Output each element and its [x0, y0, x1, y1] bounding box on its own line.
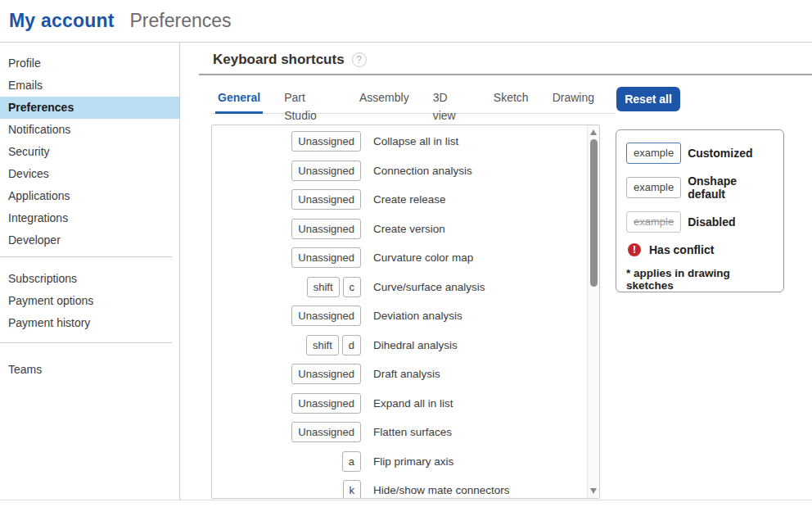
example-badge-disabled: example — [626, 211, 681, 233]
sidebar: ProfileEmailsPreferencesNotificationsSec… — [0, 43, 180, 500]
shortcut-row-flip-primary-axis: aFlip primary axis — [212, 451, 599, 472]
scrollbar-thumb[interactable] — [590, 139, 598, 287]
key-badge[interactable]: Unassigned — [291, 219, 361, 239]
tab-sketch[interactable]: Sketch — [491, 88, 531, 114]
key-badge[interactable]: Unassigned — [291, 306, 361, 326]
shortcut-keys: Unassigned — [212, 422, 361, 442]
sidebar-item-profile[interactable]: Profile — [0, 52, 179, 75]
sidebar-item-subscriptions[interactable]: Subscriptions — [0, 268, 179, 290]
shortcut-label: Hide/show mate connectors — [373, 484, 510, 496]
scrollbar[interactable] — [587, 125, 599, 498]
key-badge[interactable]: Unassigned — [291, 131, 361, 152]
content-row: UnassignedCollapse all in listUnassigned… — [199, 124, 812, 499]
shortcut-keys: shiftc — [212, 277, 361, 297]
shortcut-row-expand-all-in-list: UnassignedExpand all in list — [212, 393, 599, 414]
shortcuts-rows: UnassignedCollapse all in listUnassigned… — [212, 125, 599, 499]
shortcuts-list: UnassignedCollapse all in listUnassigned… — [211, 124, 600, 499]
legend-box: exampleCustomizedexampleOnshape defaulte… — [616, 129, 784, 292]
example-badge-default: example — [626, 177, 681, 198]
page-body: ProfileEmailsPreferencesNotificationsSec… — [0, 43, 812, 500]
section-head: Keyboard shortcuts ? — [213, 52, 812, 68]
sidebar-divider — [0, 342, 172, 343]
key-badge[interactable]: Unassigned — [291, 364, 361, 384]
shortcut-label: Deviation analysis — [373, 310, 462, 322]
shortcut-row-curve-surface-analysis: shiftcCurve/surface analysis — [212, 277, 599, 297]
key-badge[interactable]: a — [342, 451, 361, 472]
tab-strip: GeneralPart StudioAssembly3D viewSketchD… — [211, 88, 616, 114]
example-badge-customized: example — [626, 143, 681, 164]
key-badge[interactable]: Unassigned — [291, 393, 361, 414]
shortcut-label: Dihedral analysis — [373, 339, 458, 351]
shortcut-row-hide-show-mate-connectors: kHide/show mate connectors — [212, 480, 599, 499]
main-content: Keyboard shortcuts ? GeneralPart StudioA… — [180, 43, 812, 500]
shortcut-keys: Unassigned — [212, 306, 361, 326]
shortcut-keys: Unassigned — [212, 189, 361, 210]
shortcut-keys: Unassigned — [212, 161, 361, 181]
shortcut-row-create-version: UnassignedCreate version — [212, 219, 599, 239]
sidebar-item-preferences[interactable]: Preferences — [0, 97, 179, 119]
sidebar-item-devices[interactable]: Devices — [0, 163, 179, 185]
legend-label: Onshape default — [688, 174, 774, 201]
shortcut-keys: Unassigned — [212, 393, 361, 414]
shortcut-keys: Unassigned — [212, 131, 361, 152]
sidebar-item-security[interactable]: Security — [0, 141, 179, 163]
key-badge[interactable]: Unassigned — [291, 189, 361, 210]
legend-note: * applies in drawing sketches — [626, 267, 774, 292]
sidebar-item-integrations[interactable]: Integrations — [0, 207, 179, 229]
shortcut-label: Curve/surface analysis — [373, 281, 485, 293]
sidebar-divider — [0, 256, 172, 257]
tab-part-studio[interactable]: Part Studio — [282, 88, 338, 114]
key-badge[interactable]: shift — [307, 277, 340, 297]
sidebar-item-developer[interactable]: Developer — [0, 229, 179, 251]
page-subtitle: Preferences — [130, 10, 232, 32]
shortcut-keys: Unassigned — [212, 247, 361, 268]
shortcut-label: Flip primary axis — [373, 455, 453, 468]
legend-row-customized: exampleCustomized — [626, 143, 774, 164]
tab-drawing[interactable]: Drawing — [550, 88, 597, 114]
shortcut-keys: Unassigned — [212, 219, 361, 239]
key-badge[interactable]: shift — [306, 335, 339, 355]
shortcut-row-connection-analysis: UnassignedConnection analysis — [212, 161, 599, 181]
shortcut-row-draft-analysis: UnassignedDraft analysis — [212, 364, 599, 384]
exclamation-circle-icon: ! — [628, 243, 641, 256]
key-badge[interactable]: k — [343, 480, 362, 499]
legend-row-onshape-default: exampleOnshape default — [626, 174, 774, 201]
tab-3d-view[interactable]: 3D view — [431, 88, 472, 114]
key-badge[interactable]: d — [342, 335, 361, 355]
shortcut-row-curvature-color-map: UnassignedCurvature color map — [212, 247, 599, 268]
sidebar-item-payment-history[interactable]: Payment history — [0, 312, 179, 334]
legend-conflict-row: ! Has conflict — [626, 243, 774, 256]
sidebar-item-notifications[interactable]: Notifications — [0, 119, 179, 141]
tab-assembly[interactable]: Assembly — [357, 88, 412, 114]
legend-label: Disabled — [688, 215, 735, 229]
page-header: My account Preferences — [0, 0, 812, 43]
shortcut-label: Collapse all in list — [373, 135, 458, 147]
sidebar-item-payment-options[interactable]: Payment options — [0, 290, 179, 312]
key-badge[interactable]: Unassigned — [291, 422, 361, 442]
preferences-page: My account Preferences ProfileEmailsPref… — [0, 0, 812, 507]
shortcut-label: Flatten surfaces — [373, 426, 452, 438]
shortcut-row-flatten-surfaces: UnassignedFlatten surfaces — [212, 422, 599, 442]
scroll-down-icon[interactable] — [590, 488, 597, 494]
tab-general[interactable]: General — [215, 88, 263, 114]
section-title: Keyboard shortcuts — [213, 52, 345, 68]
shortcut-keys: Unassigned — [212, 364, 361, 384]
legend-row-disabled: exampleDisabled — [626, 211, 774, 233]
shortcut-label: Connection analysis — [373, 165, 472, 177]
key-badge[interactable]: Unassigned — [291, 161, 361, 181]
reset-all-button[interactable]: Reset all — [616, 87, 680, 111]
shortcut-label: Create release — [373, 193, 446, 206]
legend-conflict-label: Has conflict — [649, 243, 714, 256]
sidebar-item-teams[interactable]: Teams — [0, 359, 179, 381]
key-badge[interactable]: c — [343, 277, 362, 297]
scroll-up-icon[interactable] — [590, 129, 597, 135]
help-icon[interactable]: ? — [352, 52, 367, 67]
shortcut-label: Draft analysis — [373, 368, 440, 380]
shortcut-keys: a — [212, 451, 361, 472]
sidebar-item-applications[interactable]: Applications — [0, 185, 179, 207]
key-badge[interactable]: Unassigned — [291, 247, 361, 268]
legend-label: Customized — [688, 147, 752, 160]
section-divider — [199, 74, 812, 75]
sidebar-item-emails[interactable]: Emails — [0, 75, 179, 97]
shortcut-row-deviation-analysis: UnassignedDeviation analysis — [212, 306, 599, 326]
